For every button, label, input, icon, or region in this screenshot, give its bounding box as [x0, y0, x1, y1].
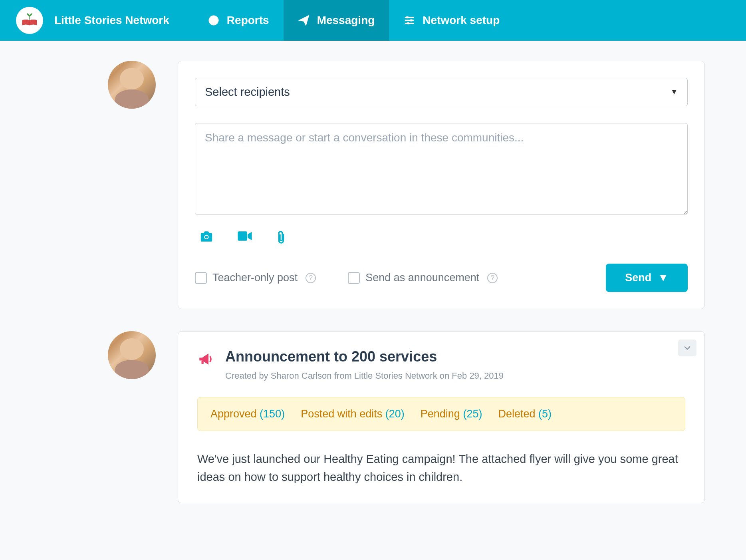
help-icon[interactable]: ? [487, 273, 498, 283]
announcement-option: Send as announcement ? [348, 272, 498, 284]
svg-rect-5 [411, 20, 413, 22]
teacher-only-checkbox[interactable] [195, 272, 207, 284]
compose-row: Select recipients ▼ [0, 61, 719, 309]
megaphone-icon [197, 351, 214, 369]
send-label: Send [625, 272, 651, 284]
svg-point-8 [205, 236, 208, 238]
app-header: Little Stories Network Reports Messaging… [0, 0, 746, 41]
help-icon[interactable]: ? [306, 273, 316, 283]
post-header: Announcement to 200 services Created by … [197, 348, 685, 381]
post-card: Announcement to 200 services Created by … [178, 331, 705, 503]
svg-rect-6 [407, 22, 409, 24]
svg-rect-10 [202, 361, 204, 364]
checkbox-label: Teacher-only post [212, 272, 298, 284]
main-content: Select recipients ▼ [0, 41, 719, 545]
status-approved[interactable]: Approved (150) [210, 408, 285, 420]
svg-rect-4 [407, 16, 409, 18]
message-input[interactable] [195, 123, 688, 215]
attachment-icon[interactable] [276, 230, 286, 246]
recipients-label: Select recipients [205, 85, 290, 99]
compose-card: Select recipients ▼ [178, 61, 705, 309]
post-author-avatar[interactable] [108, 331, 156, 379]
nav-label: Network setup [423, 14, 500, 27]
nav-network-setup[interactable]: Network setup [389, 0, 514, 41]
attachment-row [195, 230, 688, 246]
status-posted-edits[interactable]: Posted with edits (20) [301, 408, 405, 420]
nav-reports[interactable]: Reports [193, 0, 284, 41]
post-menu-button[interactable] [678, 340, 696, 356]
logo[interactable] [16, 7, 43, 34]
book-icon [22, 20, 38, 27]
status-pending[interactable]: Pending (25) [421, 408, 482, 420]
recipients-dropdown[interactable]: Select recipients ▼ [195, 78, 688, 106]
post-row: Announcement to 200 services Created by … [0, 331, 719, 503]
user-avatar[interactable] [108, 61, 156, 109]
brand-name[interactable]: Little Stories Network [54, 14, 169, 27]
post-body: We've just launched our Healthy Eating c… [197, 450, 685, 486]
nav-messaging[interactable]: Messaging [284, 0, 389, 41]
nav-label: Reports [227, 14, 269, 27]
chevron-down-icon: ▼ [671, 88, 678, 96]
sliders-icon [403, 14, 415, 26]
post-title: Announcement to 200 services [225, 348, 504, 365]
status-bar: Approved (150) Posted with edits (20) Pe… [197, 397, 685, 431]
send-button[interactable]: Send ▼ [606, 264, 688, 292]
teacher-only-option: Teacher-only post ? [195, 272, 316, 284]
plant-icon [26, 12, 34, 20]
status-deleted[interactable]: Deleted (5) [498, 408, 552, 420]
post-meta: Created by Sharon Carlson from Little St… [225, 371, 504, 381]
svg-rect-9 [238, 231, 247, 240]
announcement-checkbox[interactable] [348, 272, 360, 284]
camera-icon[interactable] [200, 230, 213, 246]
pie-chart-icon [208, 14, 220, 26]
video-icon[interactable] [237, 230, 252, 246]
chevron-down-icon [684, 346, 690, 350]
checkbox-group: Teacher-only post ? Send as announcement… [195, 272, 498, 284]
checkbox-label: Send as announcement [365, 272, 479, 284]
compose-footer: Teacher-only post ? Send as announcement… [195, 264, 688, 292]
nav-label: Messaging [317, 14, 375, 27]
caret-down-icon: ▼ [658, 272, 669, 284]
paper-plane-icon [298, 14, 310, 26]
